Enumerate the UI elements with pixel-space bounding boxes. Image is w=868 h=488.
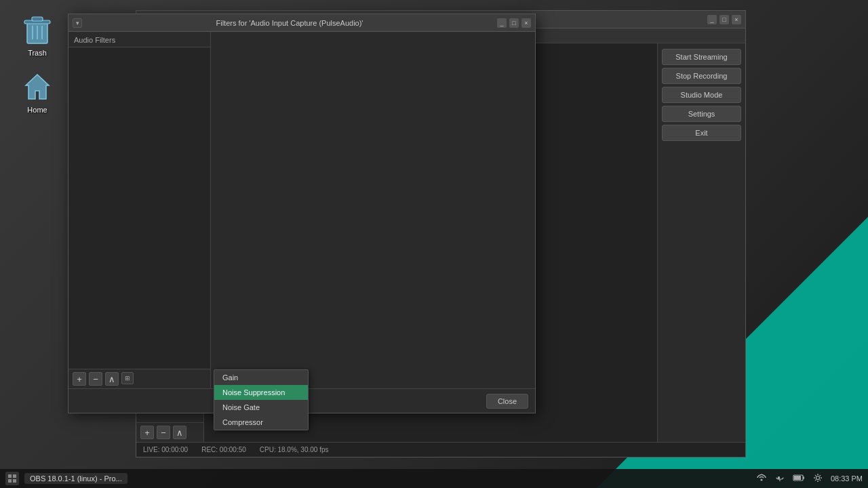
add-scene-btn[interactable]: +	[140, 426, 154, 439]
obs-minimize-btn[interactable]: _	[707, 15, 717, 24]
clock: 08:33 PM	[831, 474, 863, 483]
svg-rect-7	[8, 474, 12, 478]
trash-label: Trash	[28, 49, 47, 57]
studio-mode-btn[interactable]: Studio Mode	[662, 87, 741, 103]
stop-recording-btn[interactable]: Stop Recording	[662, 68, 741, 84]
home-desktop-icon[interactable]: Home	[14, 70, 61, 114]
obs-right-panel: Start Streaming Stop Recording Studio Mo…	[657, 43, 745, 442]
taskbar: OBS 18.0.1-1 (linux) - Pro...	[0, 469, 868, 488]
dialog-left-panel: Audio Filters + − ∧ ⊞	[68, 32, 211, 388]
dropdown-item-noise-gate[interactable]: Noise Gate	[214, 400, 308, 415]
exit-btn[interactable]: Exit	[662, 125, 741, 141]
svg-marker-6	[26, 75, 49, 99]
remove-scene-btn[interactable]: −	[157, 426, 170, 439]
desktop-icons: Trash Home	[14, 14, 61, 114]
battery-icon	[793, 474, 805, 483]
dropdown-item-compressor[interactable]: Compressor	[214, 415, 308, 430]
svg-rect-2	[32, 17, 43, 21]
taskbar-obs-app[interactable]: OBS 18.0.1-1 (linux) - Pro...	[24, 473, 127, 484]
svg-point-11	[760, 479, 762, 481]
svg-rect-8	[13, 474, 16, 478]
trash-desktop-icon[interactable]: Trash	[14, 14, 61, 57]
audio-filters-label: Audio Filters	[68, 32, 210, 47]
dialog-collapse-btn[interactable]: ▾	[73, 18, 82, 28]
dialog-title: Filters for 'Audio Input Capture (PulseA…	[82, 19, 497, 27]
obs-window-controls: _ □ ×	[707, 15, 741, 24]
filters-dialog: ▾ Filters for 'Audio Input Capture (Puls…	[68, 14, 536, 413]
obs-statusbar: LIVE: 00:00:00 REC: 00:00:50 CPU: 18.0%,…	[136, 442, 745, 457]
dialog-titlebar: ▾ Filters for 'Audio Input Capture (Puls…	[68, 14, 535, 32]
network-icon	[756, 473, 767, 484]
obs-close-btn[interactable]: ×	[732, 15, 741, 24]
filter-list-area	[68, 47, 210, 369]
filter-icon-btn[interactable]: ⊞	[121, 372, 134, 384]
add-filter-btn[interactable]: +	[73, 372, 86, 386]
dropdown-menu: Gain Noise Suppression Noise Gate Compre…	[214, 369, 309, 430]
obs-maximize-btn[interactable]: □	[719, 15, 729, 24]
taskbar-app-icon[interactable]	[5, 472, 19, 485]
dialog-controls: _ □ ×	[497, 18, 531, 28]
svg-rect-10	[13, 479, 16, 483]
dialog-minimize-btn[interactable]: _	[497, 18, 507, 28]
move-up-filter-btn[interactable]: ∧	[105, 372, 119, 386]
home-icon	[21, 70, 54, 103]
scene-controls: + − ∧	[136, 422, 203, 442]
home-label: Home	[27, 106, 47, 114]
dialog-close-btn[interactable]: ×	[521, 18, 531, 28]
close-button[interactable]: Close	[486, 394, 528, 409]
live-status: LIVE: 00:00:00	[143, 446, 188, 453]
taskbar-left: OBS 18.0.1-1 (linux) - Pro...	[5, 472, 127, 485]
settings-icon	[813, 473, 823, 484]
start-streaming-btn[interactable]: Start Streaming	[662, 49, 741, 65]
dialog-maximize-btn[interactable]: □	[509, 18, 519, 28]
svg-rect-15	[794, 476, 801, 480]
dialog-right-panel	[211, 32, 535, 388]
svg-point-17	[816, 476, 819, 480]
remove-filter-btn[interactable]: −	[89, 372, 102, 386]
audio-icon	[775, 473, 785, 484]
dropdown-item-noise-suppression[interactable]: Noise Suppression	[214, 385, 308, 400]
filter-controls: + − ∧ ⊞	[68, 369, 210, 388]
settings-btn[interactable]: Settings	[662, 106, 741, 122]
dialog-body: Audio Filters + − ∧ ⊞	[68, 32, 535, 388]
trash-icon	[21, 14, 54, 46]
dropdown-item-gain[interactable]: Gain	[214, 370, 308, 385]
svg-rect-16	[803, 476, 804, 479]
cpu-status: CPU: 18.0%, 30.00 fps	[260, 446, 329, 453]
move-up-scene-btn[interactable]: ∧	[173, 426, 186, 439]
svg-rect-9	[8, 479, 12, 483]
taskbar-right: 08:33 PM	[756, 473, 863, 484]
rec-status: REC: 00:00:50	[201, 446, 246, 453]
